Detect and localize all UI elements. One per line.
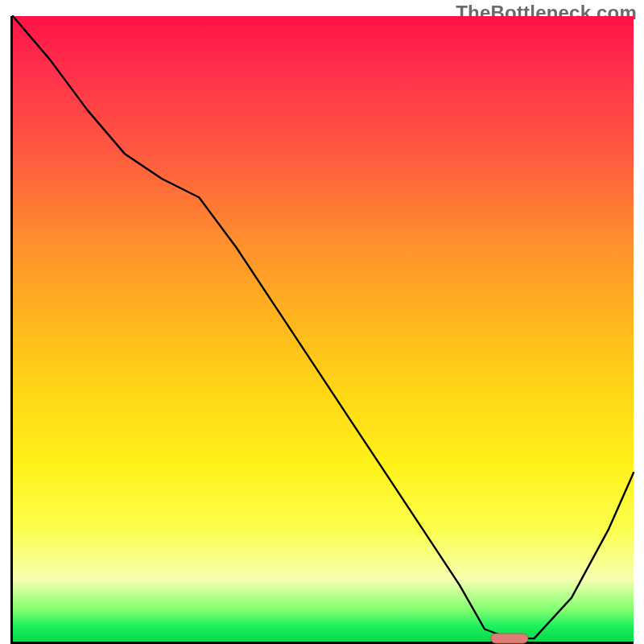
chart-container: TheBottleneck.com (0, 0, 644, 644)
plot-area (10, 16, 634, 644)
optimal-range-marker (491, 634, 528, 643)
bottleneck-curve-line (13, 16, 634, 638)
chart-svg (13, 16, 634, 642)
